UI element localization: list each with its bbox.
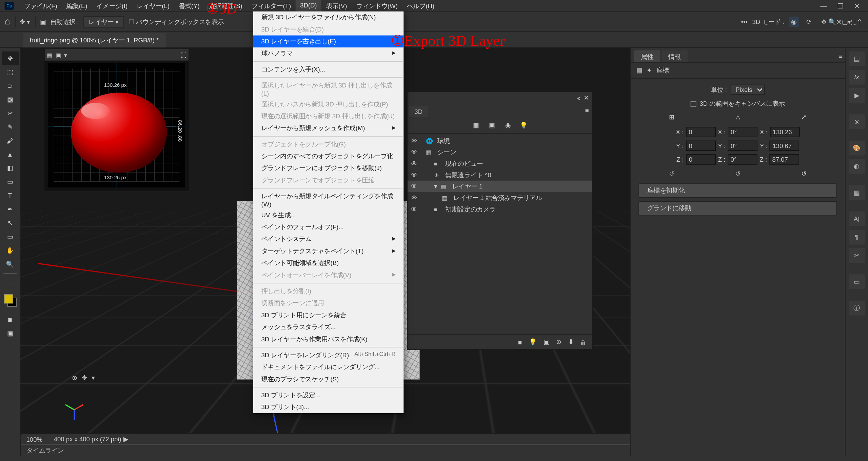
hand-tool[interactable]: ✋: [1, 243, 19, 257]
overflow-icon[interactable]: •••: [741, 18, 747, 25]
tab-info[interactable]: 情報: [662, 50, 688, 62]
x-pos[interactable]: [686, 127, 716, 137]
menu-item[interactable]: シーン内のすべてのオブジェクトをグループ化: [253, 150, 403, 162]
filter-mesh-icon[interactable]: ▣: [487, 121, 496, 130]
menu-item[interactable]: グランドプレーンにオブジェクトを移動(J): [253, 162, 403, 174]
menu-item[interactable]: ペイントのフォールオフ(F)...: [253, 221, 403, 233]
eyedropper-tool[interactable]: ✎: [1, 120, 19, 134]
tree-row[interactable]: 👁▦レイヤー 1 結合済みマテリアル: [408, 192, 592, 203]
auto-select-check[interactable]: ▣: [40, 18, 46, 25]
menu-書式(Y)[interactable]: 書式(Y): [174, 0, 204, 12]
fit-canvas-check[interactable]: [691, 101, 696, 107]
reset-scale-icon[interactable]: ↺: [801, 170, 806, 178]
axis-gizmo[interactable]: [62, 397, 87, 422]
document-tab[interactable]: fruit_ringo.png @ 100% (レイヤー 1, RGB/8) *: [23, 33, 165, 47]
btm-trash-icon[interactable]: 🗑: [580, 339, 587, 345]
dock-learn-icon[interactable]: ⓘ: [849, 301, 865, 316]
eraser-tool[interactable]: ◧: [1, 161, 19, 175]
marquee-tool[interactable]: ⬚: [1, 65, 19, 79]
btm-ground-icon[interactable]: ▣: [544, 338, 549, 346]
zoom-tool[interactable]: 🔍: [1, 257, 19, 271]
z-pos[interactable]: [686, 154, 716, 164]
move-tool-icon[interactable]: ✥ ▾: [20, 18, 30, 25]
layer-select[interactable]: レイヤー ▾: [83, 16, 124, 27]
panel-collapse-icon[interactable]: «: [577, 94, 580, 101]
pen-tool[interactable]: ✒: [1, 202, 19, 216]
z-scale[interactable]: [769, 154, 799, 164]
menu-item[interactable]: レイヤーから新規メッシュを作成(M): [253, 122, 403, 134]
menu-item[interactable]: 3D レイヤーを書き出し(E)...: [253, 36, 403, 47]
tree-row[interactable]: 👁▦シーン: [408, 146, 592, 158]
tab-properties[interactable]: 属性: [634, 50, 660, 62]
z-rot[interactable]: [728, 154, 757, 164]
reset-coords-button[interactable]: 座標を初期化: [638, 183, 837, 198]
mesh-icon[interactable]: ▦: [636, 67, 642, 74]
3d-panel-tab[interactable]: 3D: [409, 106, 428, 117]
workspace-icon[interactable]: ▢▾: [842, 18, 851, 25]
dock-history-icon[interactable]: ▤: [849, 52, 865, 66]
tree-row[interactable]: 👁▾▦レイヤー 1: [408, 181, 592, 192]
dolly-nav-icon[interactable]: ▾: [92, 374, 95, 382]
menu-3D(D)[interactable]: 3D(D): [296, 0, 321, 12]
dock-fx-icon[interactable]: fx: [849, 70, 865, 85]
menu-item[interactable]: UV を生成...: [253, 209, 403, 221]
menu-item[interactable]: 球パノラマ: [253, 47, 403, 59]
menu-表示(V)[interactable]: 表示(V): [321, 0, 352, 12]
dock-lib-icon[interactable]: ▭: [849, 274, 865, 289]
vp-icon2[interactable]: ▣: [56, 52, 61, 58]
reset-rot-icon[interactable]: ↺: [735, 170, 740, 178]
menu-item[interactable]: ペイントシステム: [253, 233, 403, 245]
orbit-nav-icon[interactable]: ⊕: [72, 374, 77, 382]
y-rot[interactable]: [728, 141, 757, 151]
zoom-level[interactable]: 100%: [26, 436, 42, 443]
crop-tool[interactable]: ✂: [1, 106, 19, 120]
menu-item[interactable]: レイヤーから新規タイルペインティングを作成(W): [253, 190, 403, 209]
panel-close-icon[interactable]: ✕: [584, 94, 589, 101]
screenmode-icon[interactable]: ▣: [1, 326, 19, 340]
path-tool[interactable]: ↖: [1, 216, 19, 229]
btm-render-icon[interactable]: ⬇: [568, 338, 573, 346]
lasso-tool[interactable]: ⊃: [1, 79, 19, 93]
shape-tool[interactable]: ▭: [1, 230, 19, 243]
dock-play-icon[interactable]: ▶: [849, 88, 865, 103]
x-rot[interactable]: [728, 127, 758, 137]
dock-color-icon[interactable]: 🎨: [849, 141, 865, 156]
dock-para-icon[interactable]: ¶: [849, 230, 865, 245]
btm-cam-icon[interactable]: ■: [518, 339, 522, 345]
menu-ウィンドウ(W)[interactable]: ウィンドウ(W): [352, 0, 402, 12]
close-icon[interactable]: ✕: [854, 2, 860, 11]
stamp-tool[interactable]: ▲: [1, 147, 19, 161]
gradient-tool[interactable]: ▭: [1, 175, 19, 188]
menu-item[interactable]: 3D プリント用にシーンを統合: [253, 309, 403, 321]
y-scale[interactable]: [770, 141, 800, 151]
rotate-icon[interactable]: ⟳: [804, 17, 814, 27]
btm-new-icon[interactable]: ⊕: [556, 338, 561, 346]
orbit-icon[interactable]: ◉: [789, 17, 799, 27]
share-icon[interactable]: ⇧: [857, 18, 862, 25]
panel-menu-icon[interactable]: ≡: [837, 50, 845, 62]
vp-expand-icon[interactable]: ⛶: [181, 52, 186, 58]
vp-icon[interactable]: ▦: [47, 52, 52, 58]
menu-item[interactable]: 3D プリント(3)...: [253, 401, 403, 413]
tree-row[interactable]: 👁■現在のビュー: [408, 158, 592, 169]
menu-item[interactable]: ドキュメントをファイルにレンダリング...: [253, 361, 403, 373]
menu-item[interactable]: 3D レイヤーをレンダリング(R)Alt+Shift+Ctrl+R: [253, 349, 403, 361]
dock-tools-icon[interactable]: ✂: [849, 248, 865, 263]
search-icon[interactable]: 🔍: [828, 18, 836, 25]
dock-adjust-icon[interactable]: ◐: [849, 159, 865, 174]
move-tool[interactable]: ✥: [1, 52, 19, 65]
apple-object[interactable]: [71, 93, 167, 173]
nav-gizmo[interactable]: ⊕ ✥ ▾: [72, 374, 95, 382]
dock-nav-icon[interactable]: ※: [849, 114, 865, 129]
filter-material-icon[interactable]: ◉: [504, 121, 513, 130]
filter-scene-icon[interactable]: ▦: [471, 121, 480, 130]
menu-レイヤー(L)[interactable]: レイヤー(L): [132, 0, 174, 12]
quickmask-icon[interactable]: ◙: [1, 313, 19, 326]
btm-light-icon[interactable]: 💡: [529, 338, 537, 346]
menu-item[interactable]: ターゲットテクスチャをペイント(T): [253, 245, 403, 257]
tree-row[interactable]: 👁■初期設定のカメラ: [408, 203, 592, 215]
coord-icon[interactable]: ✦: [647, 67, 652, 74]
menu-item[interactable]: 現在のブラシでスケッチ(S): [253, 373, 403, 385]
bbox-check[interactable]: ☐ バウンディングボックスを表示: [129, 17, 224, 26]
menu-編集(E)[interactable]: 編集(E): [62, 0, 92, 12]
